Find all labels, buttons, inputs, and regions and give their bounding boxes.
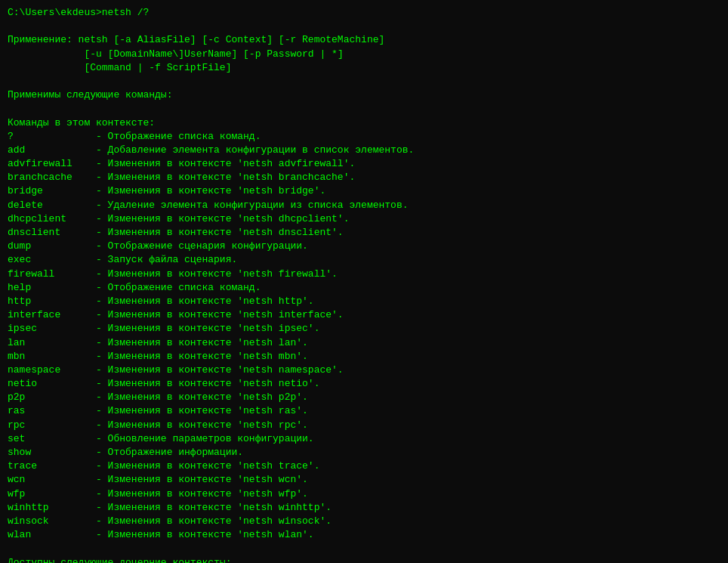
terminal-output: C:\Users\ekdeus>netsh /? Применение: net… (8, 6, 720, 563)
